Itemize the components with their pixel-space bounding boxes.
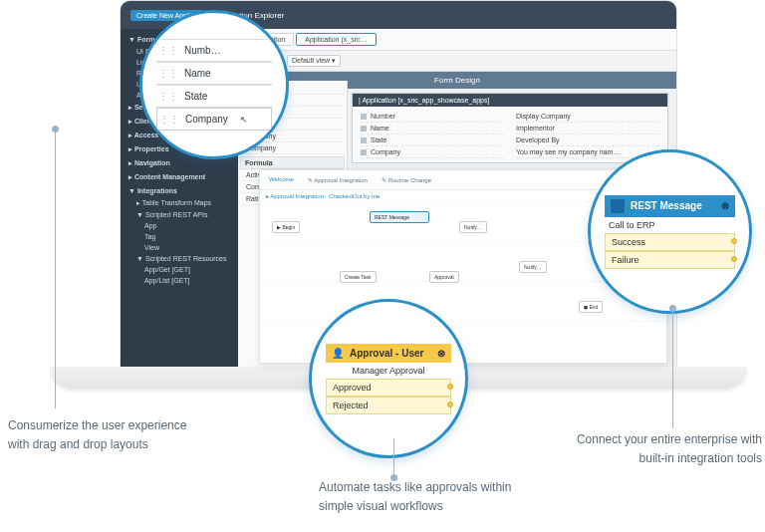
form-field[interactable]: Display Company: [516, 111, 659, 123]
rest-title: REST Message: [631, 200, 702, 211]
zoom-field[interactable]: ⋮⋮Name: [156, 62, 272, 85]
zoom-field[interactable]: ⋮⋮Numb…: [156, 39, 272, 62]
sidebar-item[interactable]: ▼ Scripted REST Resources: [121, 253, 238, 264]
form-field[interactable]: Implementor: [516, 123, 659, 134]
wf-node-rest[interactable]: REST Message: [370, 211, 429, 223]
zoom-drag-drop: ⋮⋮Numb… ⋮⋮Name ⋮⋮State ⋮⋮Company ↖: [139, 10, 289, 159]
drag-handle-icon[interactable]: [361, 137, 367, 143]
sidebar-item[interactable]: ▸ Table Transform Maps: [121, 197, 238, 209]
sidebar-item-integrations[interactable]: ▼ Integrations: [121, 184, 238, 197]
sidebar-item[interactable]: View: [121, 242, 238, 253]
drag-handle-icon[interactable]: [361, 126, 367, 132]
rest-option-success[interactable]: Success: [605, 233, 735, 251]
connector-line: [393, 438, 394, 478]
wf-node[interactable]: Create Task: [340, 271, 377, 283]
drag-handle-icon[interactable]: ⋮⋮: [158, 68, 178, 79]
drag-handle-icon[interactable]: [361, 149, 367, 155]
panel-header: | Application [x_snc_app_showcase_apps]: [353, 94, 667, 107]
form-panel: | Application [x_snc_app_showcase_apps] …: [352, 93, 668, 163]
rest-header[interactable]: REST Message ⊗: [605, 195, 735, 217]
zoom-rest: REST Message ⊗ Call to ERP Success Failu…: [588, 149, 752, 314]
connector-dot: [669, 305, 676, 312]
caption-integration: Connect your entire enterprise with buil…: [573, 430, 762, 468]
form-field[interactable]: Developed By: [516, 134, 659, 146]
connector-line: [672, 309, 673, 428]
close-icon[interactable]: ⊗: [721, 200, 729, 211]
caption-workflows: Automate tasks like approvals within sim…: [319, 478, 518, 516]
zoom-approval: 👤 Approval - User ⊗ Manager Approval App…: [309, 299, 468, 458]
sidebar-item[interactable]: App/List [GET]: [121, 275, 238, 286]
connector-line: [55, 130, 56, 408]
sidebar-item[interactable]: ▸ Content Management: [121, 170, 238, 184]
form-field[interactable]: Name: [361, 123, 504, 134]
approval-header[interactable]: 👤 Approval - User ⊗: [326, 344, 451, 363]
sidebar-item[interactable]: ▼ Scripted REST APIs: [121, 209, 238, 220]
approval-option-rejected[interactable]: Rejected: [326, 397, 451, 414]
toolbar: op_es ▾ Default view ▾: [238, 51, 676, 72]
sidebar-item[interactable]: App/Get [GET]: [121, 264, 238, 275]
wf-node-begin[interactable]: ▶ Begin: [272, 221, 300, 233]
wf-node[interactable]: Notify…: [519, 261, 547, 273]
wf-node-end[interactable]: ◼ End: [579, 301, 603, 313]
rest-option-failure[interactable]: Failure: [605, 251, 735, 269]
form-field[interactable]: Number: [361, 111, 504, 123]
connector-dot: [52, 126, 59, 133]
form-field[interactable]: State: [361, 134, 504, 146]
drag-handle-icon[interactable]: ⋮⋮: [158, 91, 178, 102]
close-icon[interactable]: ⊗: [437, 348, 445, 359]
rest-subtitle: Call to ERP: [605, 217, 735, 233]
output-port-icon[interactable]: [731, 256, 737, 262]
view-dropdown[interactable]: Default view ▾: [287, 55, 341, 67]
approval-option-approved[interactable]: Approved: [326, 379, 451, 397]
wf-node-approval[interactable]: Approval: [429, 271, 459, 283]
breadcrumbs: Application Application (x_src…: [238, 29, 676, 51]
drag-handle-icon[interactable]: ⋮⋮: [159, 114, 179, 125]
drag-handle-icon[interactable]: [361, 114, 367, 120]
zoom-field[interactable]: ⋮⋮State: [156, 85, 272, 108]
workflow-tab[interactable]: Welcome: [264, 174, 299, 185]
caption-drag-drop: Consumerize the user experience with dra…: [8, 416, 197, 454]
output-port-icon[interactable]: [731, 238, 737, 244]
workflow-tab[interactable]: ✎ Routine Change: [377, 174, 436, 185]
form-field[interactable]: Company: [361, 146, 504, 158]
zoom-field-dragging[interactable]: ⋮⋮Company ↖: [156, 108, 272, 131]
output-port-icon[interactable]: [447, 384, 453, 390]
palette-group[interactable]: Formula: [240, 156, 345, 169]
workflow-tab[interactable]: ✎ Approval Integration: [303, 174, 373, 185]
approval-title: Approval - User: [350, 348, 423, 359]
drag-handle-icon[interactable]: ⋮⋮: [158, 45, 178, 56]
breadcrumb-item[interactable]: Application (x_src…: [296, 33, 376, 46]
sidebar-item[interactable]: Tag: [121, 231, 238, 242]
user-icon: 👤: [332, 348, 344, 359]
sidebar-item[interactable]: App: [121, 220, 238, 231]
output-port-icon[interactable]: [447, 401, 453, 407]
wf-node[interactable]: Notify…: [459, 221, 487, 233]
approval-subtitle: Manager Approval: [326, 363, 451, 379]
rest-icon: [611, 199, 625, 213]
cursor-icon: ↖: [240, 115, 248, 125]
